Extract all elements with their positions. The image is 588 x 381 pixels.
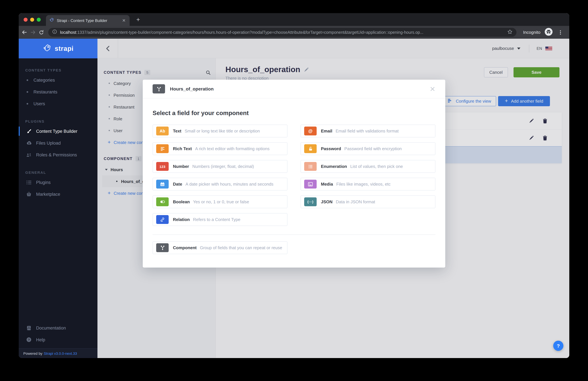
sidebar-item-categories[interactable]: Categories	[19, 74, 97, 86]
sidebar-item-help[interactable]: ?Help	[19, 334, 97, 346]
site-info-icon[interactable]	[52, 29, 57, 35]
sidebar-section-title: GENERAL	[19, 165, 97, 176]
sidebar-item-label: Roles & Permissions	[36, 152, 77, 157]
browser-window: Strapi - Content Type Builder ✕ + localh…	[19, 13, 569, 358]
sidebar-item-label: Users	[33, 101, 45, 106]
field-card-component[interactable]: Component Group of fields that you can r…	[153, 241, 287, 254]
users-icon	[25, 153, 32, 157]
component-icon	[153, 84, 165, 93]
forward-nav-icon[interactable]	[29, 28, 37, 37]
bullet-icon	[27, 103, 28, 104]
choose-attribute-modal: Hours_of_operation ✕ Select a field for …	[143, 80, 445, 268]
field-name: Enumeration	[321, 164, 347, 169]
media-field-icon	[304, 180, 317, 189]
field-card-password[interactable]: Password Password field with encryption	[301, 142, 435, 155]
modal-divider	[153, 234, 435, 235]
text-field-icon: Ab	[156, 127, 169, 135]
password-field-icon	[304, 144, 317, 153]
number-field-icon: 123	[156, 162, 169, 171]
field-card-json[interactable]: {···} JSON Data in JSON format	[301, 195, 435, 208]
field-description: Data in JSON format	[336, 199, 375, 204]
basket-icon	[25, 192, 32, 196]
strapi-version-link[interactable]: Strapi v3.0.0-next.33	[44, 351, 77, 355]
strapi-logo-text: strapi	[55, 45, 74, 52]
minimize-window-button[interactable]	[30, 18, 34, 22]
close-window-button[interactable]	[24, 18, 28, 22]
field-description: Refers to a Content Type	[193, 217, 241, 222]
list-icon	[25, 180, 32, 184]
field-card-date[interactable]: Date A date picker with hours, minutes a…	[153, 178, 287, 191]
screenshot-stage: Strapi - Content Type Builder ✕ + localh…	[0, 0, 588, 381]
json-field-icon: {···}	[304, 197, 317, 206]
content-wrap: paulbocuse EN CONTENT TYPES 5	[97, 39, 569, 358]
svg-text:?: ?	[28, 338, 30, 341]
field-card-text[interactable]: Ab Text Small or long text like title or…	[153, 125, 287, 137]
book-icon	[25, 325, 32, 330]
strapi-logo[interactable]: strapi	[19, 39, 97, 58]
date-field-icon	[156, 180, 169, 189]
back-nav-icon[interactable]	[20, 28, 29, 37]
field-name: JSON	[321, 199, 333, 204]
sidebar-item-marketplace[interactable]: Marketplace	[19, 188, 97, 200]
new-tab-button[interactable]: +	[134, 16, 142, 24]
sidebar-item-documentation[interactable]: Documentation	[19, 322, 97, 334]
help-beacon-button[interactable]: ?	[553, 341, 563, 351]
field-name: Date	[173, 182, 182, 187]
sidebar-item-restaurants[interactable]: Restaurants	[19, 86, 97, 98]
sidebar-item-label: Restaurants	[33, 89, 57, 94]
boolean-field-icon	[156, 197, 169, 206]
field-name: Component	[173, 245, 197, 250]
field-card-number[interactable]: 123 Number Numbers (integer, float, deci…	[153, 160, 287, 173]
field-description: Group of fields that you can repeat or r…	[200, 245, 282, 250]
enumeration-field-icon	[304, 162, 317, 171]
sidebar-section-plugins: PLUGINSContent Type BuilderFiles UploadR…	[19, 114, 97, 161]
sidebar-item-content-type-builder[interactable]: Content Type Builder	[19, 125, 97, 137]
bookmark-star-icon[interactable]	[507, 29, 513, 36]
sidebar-item-roles-permissions[interactable]: Roles & Permissions	[19, 149, 97, 161]
field-card-enumeration[interactable]: Enumeration List of values, then pick on…	[301, 160, 435, 173]
url-text: localhost:1337/admin/plugins/content-typ…	[60, 30, 504, 35]
browser-menu-icon[interactable]	[556, 28, 565, 37]
incognito-label: Incognito	[523, 30, 540, 35]
component-field-icon	[156, 243, 169, 252]
email-field-icon: @	[304, 127, 317, 135]
field-card-media[interactable]: Media Files like images, videos, etc	[301, 178, 435, 191]
field-card-email[interactable]: @ Email Email field with validations for…	[301, 125, 435, 137]
main-sidebar: strapi CONTENT TYPESCategoriesRestaurant…	[19, 39, 97, 358]
zoom-window-button[interactable]	[37, 18, 41, 22]
browser-toolbar: localhost:1337/admin/plugins/content-typ…	[19, 26, 569, 39]
modal-heading: Select a field for your component	[153, 110, 435, 117]
field-card-boolean[interactable]: Boolean Yes or no, 1 or 0, true or false	[153, 195, 287, 208]
field-name: Number	[173, 164, 189, 169]
sidebar-section-title: CONTENT TYPES	[19, 63, 97, 74]
field-card-rich-text[interactable]: Rich Text A rich text editor with format…	[153, 142, 287, 155]
sidebar-section-general: GENERALPluginsMarketplace	[19, 165, 97, 200]
reload-icon[interactable]	[37, 28, 46, 37]
field-description: Yes or no, 1 or 0, true or false	[193, 199, 249, 204]
strapi-rocket-icon	[43, 43, 52, 54]
sidebar-section-title: PLUGINS	[19, 114, 97, 125]
question-icon: ?	[25, 337, 32, 342]
url-bar[interactable]: localhost:1337/admin/plugins/content-typ…	[48, 28, 516, 37]
strapi-app: strapi CONTENT TYPESCategoriesRestaurant…	[19, 39, 569, 358]
field-description: Numbers (integer, float, decimal)	[192, 164, 254, 169]
field-name: Text	[173, 129, 181, 133]
bullet-icon	[27, 91, 28, 93]
close-icon[interactable]: ✕	[430, 85, 435, 92]
bullet-icon	[27, 79, 28, 81]
tab-close-icon[interactable]: ✕	[121, 18, 126, 23]
sidebar-item-users[interactable]: Users	[19, 98, 97, 110]
field-name: Relation	[173, 217, 190, 222]
sidebar-section-content-types: CONTENT TYPESCategoriesRestaurantsUsers	[19, 63, 97, 110]
field-name: Email	[321, 129, 332, 133]
sidebar-item-label: Plugins	[36, 180, 51, 185]
sidebar-item-files-upload[interactable]: Files Upload	[19, 137, 97, 149]
field-card-relation[interactable]: Relation Refers to a Content Type	[153, 213, 287, 226]
sidebar-item-plugins[interactable]: Plugins	[19, 176, 97, 188]
toolbar-right-cluster: Incognito	[519, 27, 566, 37]
field-name: Media	[321, 182, 333, 187]
incognito-icon	[544, 27, 553, 37]
browser-tab[interactable]: Strapi - Content Type Builder ✕	[46, 15, 130, 26]
sidebar-item-label: Help	[36, 337, 45, 342]
field-name: Rich Text	[173, 146, 192, 151]
